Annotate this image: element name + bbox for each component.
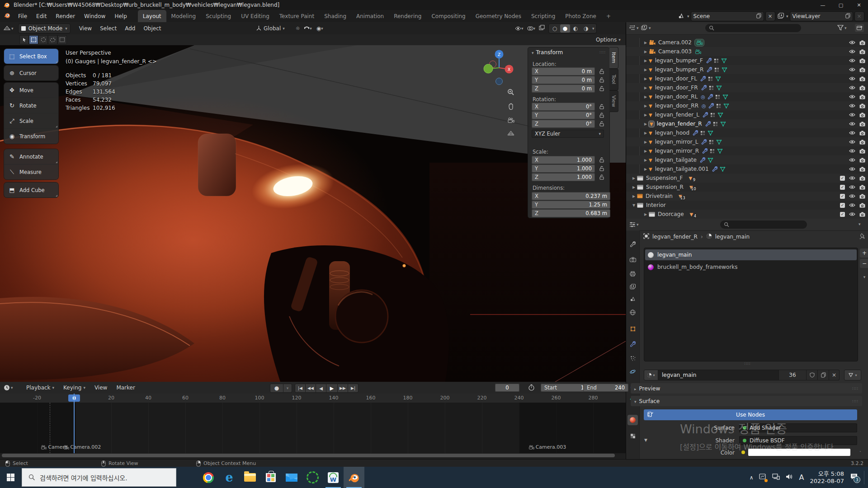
tab-photo-zone[interactable]: Photo Zone bbox=[560, 10, 601, 22]
outliner-row[interactable]: ▶▼legvan_hood bbox=[626, 128, 868, 137]
tool-measure[interactable]: ⟍Measure bbox=[4, 164, 58, 179]
tab-sculpting[interactable]: Sculpting bbox=[201, 10, 236, 22]
object-name[interactable]: legvan_door_FL bbox=[655, 75, 697, 82]
taskbar-app-explorer[interactable] bbox=[240, 467, 260, 488]
tab-animation[interactable]: Animation bbox=[351, 10, 389, 22]
keying-set-chevron[interactable]: ▾ bbox=[283, 384, 292, 393]
tool-annotate[interactable]: ✎Annotate bbox=[4, 149, 58, 164]
hide-eye-icon[interactable] bbox=[849, 49, 855, 54]
taskbar-app-edge[interactable]: e bbox=[219, 467, 240, 488]
hide-eye-icon[interactable] bbox=[849, 67, 855, 72]
timeline-editor-type-button[interactable]: ▾ bbox=[4, 385, 13, 391]
timeline-menu-keying[interactable]: Keying▾ bbox=[59, 382, 90, 394]
menu-help[interactable]: Help bbox=[110, 10, 131, 22]
remove-viewlayer-button[interactable]: × bbox=[854, 11, 864, 21]
transform-dimensions-z-field[interactable]: Z0.683 m bbox=[532, 209, 610, 217]
lock-icon[interactable] bbox=[597, 156, 607, 164]
copy-material-icon[interactable] bbox=[818, 370, 829, 380]
properties-tab-output[interactable] bbox=[627, 268, 638, 279]
lock-icon[interactable] bbox=[597, 67, 607, 75]
expander-icon[interactable]: ▶ bbox=[643, 59, 648, 63]
object-name[interactable]: Doorcage bbox=[658, 211, 684, 217]
properties-editor-type-button[interactable]: ▾ bbox=[629, 221, 639, 227]
expander-icon[interactable]: ▶ bbox=[632, 176, 636, 180]
transform-rotation-y-field[interactable]: Y0° bbox=[532, 111, 595, 119]
lock-icon[interactable] bbox=[597, 164, 607, 173]
render-visibility-icon[interactable] bbox=[859, 113, 865, 117]
tool-cursor[interactable]: ⊕Cursor bbox=[4, 66, 58, 80]
tab-compositing[interactable]: Compositing bbox=[426, 10, 470, 22]
expander-icon[interactable]: ▶ bbox=[643, 167, 648, 171]
menu-file[interactable]: File bbox=[14, 10, 32, 22]
shader-expander-icon[interactable]: ▼ bbox=[644, 438, 647, 442]
object-name[interactable]: legvan_hood bbox=[655, 130, 689, 136]
start-frame-field[interactable]: Start 1 bbox=[541, 384, 588, 392]
render-visibility-icon[interactable] bbox=[859, 158, 865, 163]
jump-to-start-button[interactable]: |◀ bbox=[295, 384, 306, 393]
unlink-material-button[interactable]: × bbox=[829, 370, 840, 380]
next-keyframe-button[interactable]: ▶▶ bbox=[338, 384, 348, 393]
outliner-display-mode-button[interactable]: ▾ bbox=[641, 25, 651, 31]
start-button[interactable] bbox=[0, 467, 21, 488]
render-visibility-icon[interactable] bbox=[859, 140, 865, 145]
pin-icon[interactable] bbox=[859, 233, 865, 241]
lock-icon[interactable] bbox=[597, 173, 607, 181]
hide-eye-icon[interactable] bbox=[849, 103, 855, 108]
viewport-menu-add[interactable]: Add bbox=[121, 25, 139, 32]
outliner-row[interactable]: ▶Camera.002 bbox=[626, 38, 868, 47]
material-users-count[interactable]: 36 bbox=[779, 370, 807, 380]
hide-eye-icon[interactable] bbox=[849, 40, 855, 45]
outliner-row[interactable]: ▶▼legvan_fender_R bbox=[626, 119, 868, 128]
tray-clock[interactable]: 오후 5:08 2022-08-07 bbox=[810, 470, 844, 485]
overlays-icon[interactable]: ▾ bbox=[527, 26, 536, 31]
outliner-row[interactable]: ▼Interior✓ bbox=[626, 201, 868, 210]
shading-solid-icon[interactable]: ● bbox=[560, 24, 570, 33]
hide-eye-icon[interactable] bbox=[849, 122, 855, 126]
select-paint-mode-button[interactable] bbox=[57, 35, 67, 44]
object-name[interactable]: Camera.003 bbox=[658, 48, 692, 55]
object-name[interactable]: legvan_mirror_R bbox=[655, 148, 699, 154]
transform-dimensions-y-field[interactable]: Y1.25 m bbox=[532, 201, 610, 209]
navigation-gizmo[interactable]: Z X bbox=[478, 48, 519, 89]
taskbar-app-recorder[interactable] bbox=[302, 467, 323, 488]
outliner-row[interactable]: ▶▼legvan_mirror_R bbox=[626, 146, 868, 155]
expander-icon[interactable]: ▶ bbox=[643, 122, 648, 126]
object-name[interactable]: legvan_door_RR bbox=[655, 103, 698, 109]
expander-icon[interactable]: ▶ bbox=[643, 158, 648, 162]
tab-modeling[interactable]: Modeling bbox=[166, 10, 201, 22]
timeline-marker[interactable]: Camera.002 bbox=[63, 444, 101, 450]
tab-layout[interactable]: Layout bbox=[138, 10, 166, 22]
shading-wireframe-icon[interactable]: ○ bbox=[550, 24, 560, 33]
tab-add-workspace-button[interactable]: + bbox=[601, 10, 616, 22]
render-visibility-icon[interactable] bbox=[859, 76, 865, 81]
timeline-menu-marker[interactable]: Marker bbox=[112, 382, 139, 394]
transform-scale-y-field[interactable]: Y1.000 bbox=[532, 164, 595, 173]
properties-search-input[interactable] bbox=[720, 221, 807, 229]
options-dropdown[interactable]: Options ▾ bbox=[596, 37, 621, 43]
tab-texture-paint[interactable]: Texture Paint bbox=[274, 10, 319, 22]
exclude-checkbox[interactable]: ✓ bbox=[840, 176, 845, 181]
collapse-chevron-icon[interactable]: ▾ bbox=[532, 51, 534, 55]
lock-icon[interactable] bbox=[599, 174, 604, 180]
hide-eye-icon[interactable] bbox=[849, 149, 855, 153]
expander-icon[interactable]: ▼ bbox=[632, 203, 636, 207]
menu-window[interactable]: Window bbox=[80, 10, 110, 22]
tab-rendering[interactable]: Rendering bbox=[389, 10, 426, 22]
outliner-row[interactable]: ▶▼legvan_tailgate bbox=[626, 155, 868, 164]
hide-eye-icon[interactable] bbox=[849, 194, 855, 198]
object-name[interactable]: Suspension_R bbox=[646, 184, 684, 190]
render-visibility-icon[interactable] bbox=[859, 85, 865, 90]
outliner-row[interactable]: ▶▼legvan_tailgate.001 bbox=[626, 164, 868, 174]
shader-value-dropdown[interactable]: Diffuse BSDF bbox=[739, 436, 857, 445]
link-mode-button[interactable]: ▾ bbox=[844, 370, 861, 380]
lock-icon[interactable] bbox=[599, 86, 604, 91]
lock-icon[interactable] bbox=[599, 166, 604, 171]
hide-eye-icon[interactable] bbox=[849, 76, 855, 81]
object-name[interactable]: legvan_tailgate.001 bbox=[655, 166, 709, 172]
preview-panel-header[interactable]: ▸Preview ∷∷ bbox=[631, 383, 862, 394]
slot-specials-chevron[interactable]: ▾ bbox=[860, 273, 868, 281]
render-visibility-icon[interactable] bbox=[859, 58, 865, 63]
exclude-checkbox[interactable]: ✓ bbox=[840, 185, 845, 190]
properties-tab-modifiers[interactable] bbox=[627, 339, 638, 349]
add-slot-button[interactable]: + bbox=[860, 249, 868, 258]
